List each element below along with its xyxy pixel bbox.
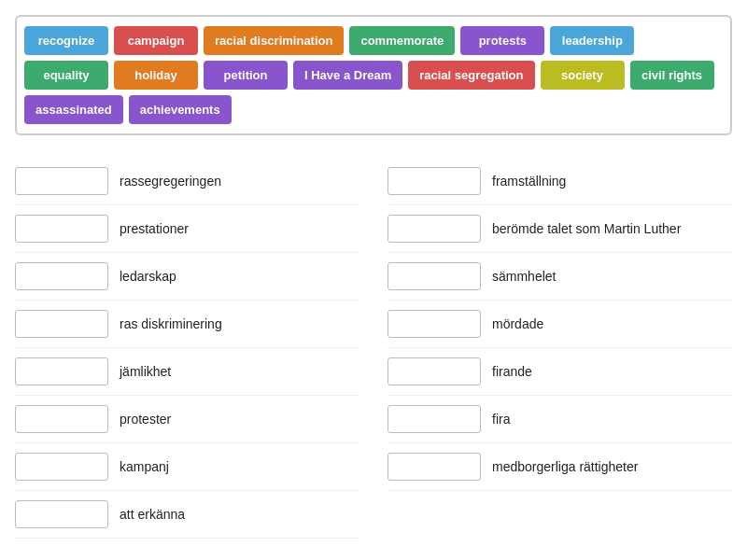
word-chip-13[interactable]: assassinated [24,95,123,124]
exercise-label-right-4: firande [492,363,532,380]
answer-input-right-3[interactable] [388,310,481,338]
exercise-area: rassegregeringenprestationerledarskapras… [15,158,732,539]
exercise-label-left-7: att erkänna [120,506,185,523]
exercise-row-right-0: framställning [388,158,732,205]
answer-input-left-5[interactable] [15,405,108,433]
exercise-label-left-0: rassegregeringen [120,173,221,189]
exercise-label-right-1: berömde talet som Martin Luther [492,220,681,237]
left-column: rassegregeringenprestationerledarskapras… [15,158,359,539]
answer-input-right-2[interactable] [388,262,481,290]
exercise-row-left-6: kampanj [15,443,359,491]
exercise-row-right-1: berömde talet som Martin Luther [388,205,732,253]
right-column: framställningberömde talet som Martin Lu… [388,158,732,539]
exercise-label-left-5: protester [120,411,171,427]
word-chip-11[interactable]: society [541,61,625,90]
exercise-row-left-2: ledarskap [15,253,359,301]
answer-input-right-6[interactable] [388,453,481,481]
word-bank: recognizecampaignracial discriminationco… [15,15,732,135]
exercise-label-left-2: ledarskap [120,268,176,285]
exercise-label-left-6: kampanj [120,458,169,475]
exercise-label-right-6: medborgerliga rättigheter [492,458,638,475]
exercise-row-right-3: mördade [388,301,732,348]
answer-input-left-0[interactable] [15,167,108,195]
answer-input-right-1[interactable] [388,215,481,243]
answer-input-left-3[interactable] [15,310,108,338]
answer-input-left-1[interactable] [15,215,108,243]
exercise-row-left-3: ras diskriminering [15,301,359,348]
exercise-row-right-2: sämmhelet [388,253,732,301]
exercise-label-right-5: fira [492,411,510,427]
word-chip-5[interactable]: leadership [550,26,634,55]
exercise-label-right-0: framställning [492,173,566,189]
exercise-row-right-5: fira [388,396,732,443]
word-chip-12[interactable]: civil rights [630,61,714,90]
word-chip-8[interactable]: petition [204,61,288,90]
exercise-label-right-3: mördade [492,315,543,332]
answer-input-left-4[interactable] [15,357,108,385]
word-chip-3[interactable]: commemorate [349,26,455,55]
exercise-label-left-1: prestationer [120,220,189,237]
answer-input-left-2[interactable] [15,262,108,290]
word-chip-0[interactable]: recognize [24,26,108,55]
exercise-row-left-7: att erkänna [15,491,359,539]
exercise-label-left-3: ras diskriminering [120,315,222,332]
word-chip-6[interactable]: equality [24,61,108,90]
word-chip-9[interactable]: I Have a Dream [293,61,402,90]
exercise-row-left-4: jämlikhet [15,348,359,396]
answer-input-left-7[interactable] [15,500,108,528]
word-chip-2[interactable]: racial discrimination [204,26,344,55]
exercise-row-left-1: prestationer [15,205,359,253]
word-chip-14[interactable]: achievements [129,95,232,124]
exercise-label-right-2: sämmhelet [492,268,556,285]
word-chip-7[interactable]: holiday [114,61,198,90]
word-chip-1[interactable]: campaign [114,26,198,55]
exercise-row-right-4: firande [388,348,732,396]
word-chip-10[interactable]: racial segregation [408,61,534,90]
answer-input-right-0[interactable] [388,167,481,195]
exercise-row-right-6: medborgerliga rättigheter [388,443,732,491]
exercise-label-left-4: jämlikhet [120,363,171,380]
answer-input-left-6[interactable] [15,453,108,481]
answer-input-right-4[interactable] [388,357,481,385]
answer-input-right-5[interactable] [388,405,481,433]
word-chip-4[interactable]: protests [460,26,544,55]
exercise-row-left-0: rassegregeringen [15,158,359,205]
exercise-row-left-5: protester [15,396,359,443]
